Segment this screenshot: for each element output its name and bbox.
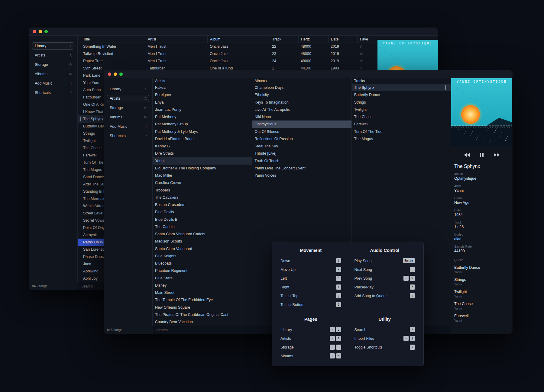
artist-row[interactable]: Blue Stars — [153, 275, 252, 282]
zoom-button[interactable] — [119, 72, 123, 76]
sidebar-item-add-music[interactable]: Add MusicI — [32, 80, 74, 87]
artist-row[interactable]: Madison Scouts — [153, 238, 252, 245]
album-row[interactable]: Truth Of Touch — [252, 157, 351, 165]
column-header-album[interactable]: Album — [207, 36, 270, 43]
fave-star-icon[interactable]: ☆ — [360, 44, 363, 49]
column-header-hertz[interactable]: Hertz — [298, 36, 328, 43]
back-titlebar[interactable] — [29, 28, 438, 36]
column-header-track[interactable]: Track — [270, 36, 298, 43]
artist-row[interactable]: Bluecoats — [153, 260, 252, 267]
table-row[interactable]: Poplar TreeMen I TrustOncle Jazz24480002… — [78, 57, 377, 65]
fave-star-icon[interactable]: ☆ — [360, 52, 363, 56]
artist-row[interactable]: Country Bear Vacation — [153, 318, 252, 326]
album-row[interactable]: Yanni Live! The Concert Event — [252, 165, 351, 172]
artist-row[interactable]: Dire Straits — [153, 150, 252, 157]
artist-row[interactable]: Enya — [153, 99, 252, 106]
sidebar-item-library[interactable]: LibraryL — [32, 42, 74, 50]
table-row[interactable]: Tailwhip RevisitedMen I TrustOncle Jazz2… — [78, 50, 377, 57]
artist-row[interactable]: Phantom Regiment — [153, 267, 252, 274]
artist-row[interactable]: Disney — [153, 282, 252, 289]
artist-row[interactable]: New Orleans Square — [153, 304, 252, 311]
artist-row[interactable]: Pat Metheny — [153, 113, 252, 120]
artist-row[interactable]: The Cadets — [153, 223, 252, 230]
album-row[interactable]: Niki Nana — [252, 113, 351, 120]
artist-row[interactable]: Pat Metheny & Lyle Mays — [153, 128, 252, 135]
close-button[interactable] — [33, 30, 36, 33]
front-titlebar[interactable] — [104, 70, 512, 78]
album-art-front: YANNI OPTIMYSTIQUE — [451, 78, 512, 146]
album-row[interactable]: Steal The Sky — [252, 143, 351, 150]
artist-row[interactable]: Blue Devils B — [153, 216, 252, 223]
sidebar-item-shortcuts[interactable]: Shortcuts? — [32, 89, 74, 96]
artist-row[interactable]: The Pirates Of The Caribbean Original Ca… — [153, 311, 252, 318]
album-row[interactable]: Keys To Imagination — [252, 99, 351, 106]
sidebar-item-albums[interactable]: AlbumsM — [32, 70, 74, 78]
track-row[interactable]: Butterfly Dance — [352, 91, 451, 98]
artist-row[interactable]: Boston Crusaders — [153, 201, 252, 208]
track-row[interactable]: The Chase — [352, 113, 451, 120]
artist-row[interactable]: Santa Clara Vanguard — [153, 245, 252, 252]
artist-row[interactable]: Main Street — [153, 289, 252, 296]
queue-item[interactable]: The ChaseYanni — [454, 301, 509, 310]
table-row[interactable]: Something In WaterMen I TrustOncle Jazz2… — [78, 43, 377, 50]
album-row[interactable]: Reflections Of Passion — [252, 135, 351, 143]
artist-row[interactable]: David LaFlamme Band — [153, 135, 252, 143]
artist-row[interactable]: Troopers — [153, 187, 252, 194]
sidebar-item-storage[interactable]: StorageO — [32, 61, 74, 68]
sidebar-item-artists[interactable]: ArtistsA — [107, 95, 149, 102]
artist-row[interactable]: Fakear — [153, 84, 252, 91]
scrollbar-thumb[interactable] — [80, 117, 81, 121]
track-row[interactable]: The Sphynx — [352, 84, 451, 91]
queue-item[interactable]: StringsYanni — [454, 277, 509, 286]
column-header-fave[interactable]: Fave — [357, 36, 377, 43]
track-row[interactable]: Turn Of The Tide — [352, 128, 451, 135]
artist-row[interactable]: The Temple Of The Forbidden Eye — [153, 296, 252, 304]
scrollbar-thumb[interactable] — [445, 85, 446, 90]
album-row[interactable]: Tribute [Live] — [252, 150, 351, 157]
track-row[interactable]: Twilight — [352, 106, 451, 113]
artist-row[interactable]: The Cavaliers — [153, 194, 252, 201]
zoom-button[interactable] — [44, 30, 48, 33]
artist-row[interactable]: Blue Knights — [153, 252, 252, 260]
artist-row[interactable]: Blue Devils — [153, 208, 252, 216]
queue-item[interactable]: FarewellYanni — [454, 313, 509, 323]
fave-star-icon[interactable]: ☆ — [360, 59, 363, 63]
track-row[interactable]: Farewell — [352, 120, 451, 128]
pause-button[interactable] — [480, 153, 484, 157]
track-row[interactable]: The Magus — [352, 135, 451, 143]
sidebar-item-albums[interactable]: AlbumsM — [107, 114, 149, 121]
sidebar-item-shortcuts[interactable]: Shortcuts? — [107, 132, 149, 140]
sidebar-item-add-music[interactable]: Add MusicI — [107, 123, 149, 130]
album-row[interactable]: Ethnicity — [252, 91, 351, 98]
artist-row[interactable]: Kenny G — [153, 143, 252, 150]
track-row[interactable]: Strings — [352, 99, 451, 106]
artist-row[interactable]: Mac Miller — [153, 172, 252, 179]
album-row[interactable]: Yanni Voices — [252, 172, 351, 179]
minimize-button[interactable] — [39, 30, 42, 33]
fave-star-icon[interactable]: ☆ — [360, 66, 363, 70]
album-row[interactable]: Out Of Silence — [252, 128, 351, 135]
column-header-date[interactable]: Date — [328, 36, 357, 43]
artist-row[interactable]: Carolina Crown — [153, 179, 252, 186]
close-button[interactable] — [108, 72, 111, 76]
artist-row[interactable]: Pat Metheny Group — [153, 120, 252, 128]
next-track-button[interactable] — [494, 153, 500, 157]
album-row[interactable]: Live At The Acropolis — [252, 106, 351, 113]
sidebar-item-library[interactable]: LibraryL — [107, 85, 149, 93]
previous-track-button[interactable] — [464, 153, 470, 157]
album-row[interactable]: Chameleon Days — [252, 84, 351, 91]
artist-row[interactable]: Foreigner — [153, 91, 252, 98]
sidebar-item-storage[interactable]: StorageO — [107, 104, 149, 111]
column-header-title[interactable]: Title — [78, 36, 145, 43]
album-row[interactable]: Optimystique — [252, 120, 351, 128]
artist-row[interactable]: Yanni — [153, 157, 252, 165]
sidebar-item-artists[interactable]: ArtistsA — [32, 52, 74, 59]
minimize-button[interactable] — [114, 72, 117, 76]
sidebar-item-label: Storage — [110, 106, 123, 110]
artist-row[interactable]: Big Brother & The Holding Company — [153, 165, 252, 172]
artist-row[interactable]: Santa Clara Vanguard Cadets — [153, 230, 252, 238]
queue-item[interactable]: Butterfly DanceYanni — [454, 265, 509, 274]
queue-item[interactable]: TwilightYanni — [454, 289, 509, 298]
artist-row[interactable]: Jean-Luc Ponty — [153, 106, 252, 113]
column-header-artist[interactable]: Artist — [145, 36, 207, 43]
